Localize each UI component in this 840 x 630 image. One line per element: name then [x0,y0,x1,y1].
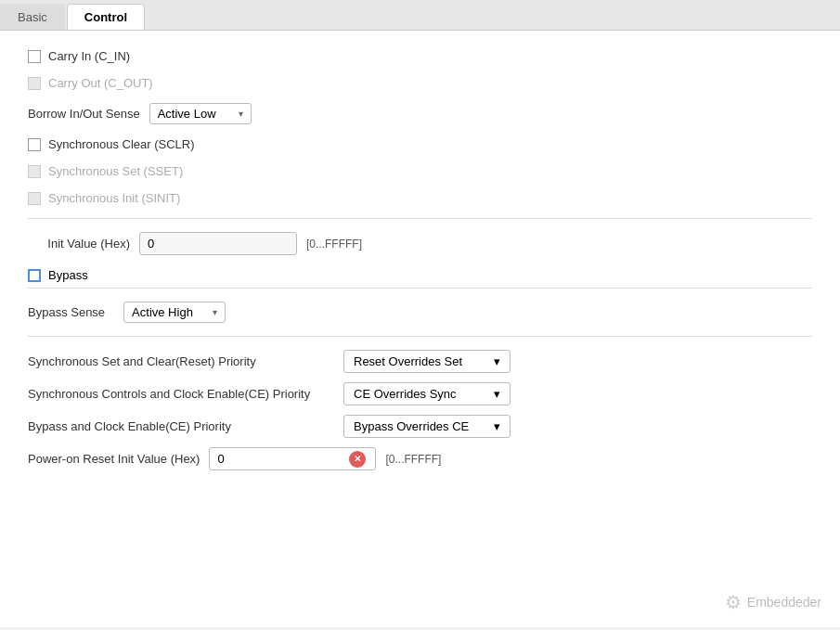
chevron-down-icon-bypass: ▾ [213,307,217,317]
tab-control[interactable]: Control [67,4,145,30]
priority-dropdown-bypass-ce[interactable]: Bypass Overrides CE ▾ [343,415,510,438]
borrow-sense-dropdown[interactable]: Active Low ▾ [149,103,252,124]
power-on-reset-input[interactable]: 0 [210,448,349,469]
carry-out-row: Carry Out (C_OUT) [28,76,812,90]
divider-2 [28,288,812,289]
content-area: Carry In (C_IN) Carry Out (C_OUT) Borrow… [0,31,840,627]
init-value-input[interactable]: 0 [139,232,297,255]
bypass-sense-row: Bypass Sense Active High ▾ [28,302,812,323]
borrow-sense-row: Borrow In/Out Sense Active Low ▾ [28,103,812,124]
clear-button[interactable]: ✕ [349,451,366,468]
bypass-checkbox[interactable] [28,269,41,282]
priority-row-sync-set-clear: Synchronous Set and Clear(Reset) Priorit… [28,350,812,373]
sync-clear-checkbox[interactable] [28,138,41,151]
chevron-down-icon-p1: ▾ [494,354,500,368]
tab-bar: Basic Control [0,0,840,31]
chevron-down-icon: ▾ [239,109,243,119]
priority-row-bypass-ce: Bypass and Clock Enable(CE) Priority Byp… [28,415,812,438]
sync-set-row: Synchronous Set (SSET) [28,164,812,178]
priority-section: Synchronous Set and Clear(Reset) Priorit… [28,350,812,438]
watermark: ⚙ Embeddeder [725,591,821,613]
power-on-reset-input-wrap: 0 ✕ [209,447,376,470]
watermark-icon: ⚙ [725,591,742,613]
divider-1 [28,218,812,219]
power-on-reset-row: Power-on Reset Init Value (Hex) 0 ✕ [0..… [28,447,812,470]
carry-in-checkbox[interactable] [28,50,41,63]
sync-init-row: Synchronous Init (SINIT) [28,191,812,205]
carry-out-checkbox [28,77,41,90]
chevron-down-icon-p3: ▾ [494,419,500,433]
divider-3 [28,336,812,337]
priority-dropdown-sync-ce[interactable]: CE Overrides Sync ▾ [343,382,510,405]
sync-init-checkbox [28,192,41,205]
bypass-sense-dropdown[interactable]: Active High ▾ [123,302,226,323]
init-value-row: Init Value (Hex) 0 [0...FFFFF] [28,232,812,255]
tab-basic[interactable]: Basic [0,4,65,30]
chevron-down-icon-p2: ▾ [494,387,500,401]
sync-set-checkbox [28,165,41,178]
priority-row-sync-ce: Synchronous Controls and Clock Enable(CE… [28,382,812,405]
bypass-row: Bypass [28,268,812,282]
priority-dropdown-sync-set-clear[interactable]: Reset Overrides Set ▾ [343,350,510,373]
carry-in-row: Carry In (C_IN) [28,49,812,63]
sync-clear-row: Synchronous Clear (SCLR) [28,137,812,151]
